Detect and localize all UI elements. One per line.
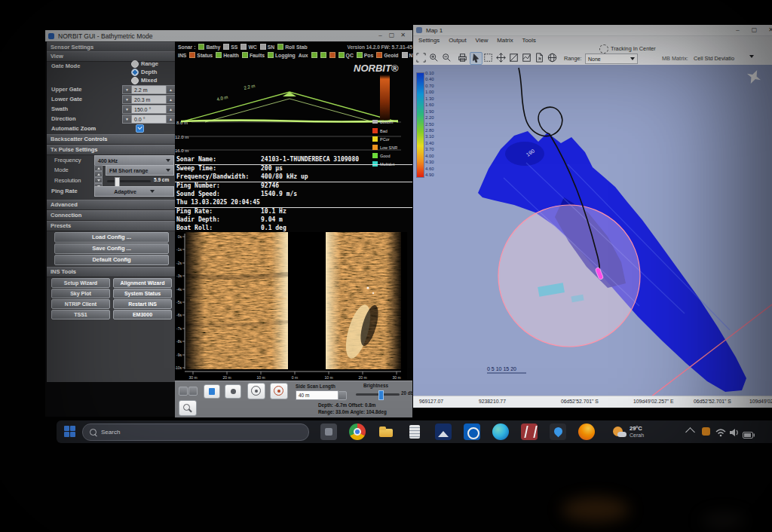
brightness-slider-thumb[interactable] xyxy=(378,390,384,400)
lower-gate-stepper[interactable]: ▼20.3 m▲ xyxy=(122,95,176,104)
toggle-roll-stab[interactable]: Roll Stab xyxy=(277,44,307,50)
map-canvas[interactable]: 0 5 10 15 20 190 0.100.40 0.701.00 1.301… xyxy=(413,65,772,396)
volume-icon[interactable] xyxy=(729,427,739,440)
minimize-button[interactable]: – xyxy=(375,32,385,38)
taskbar-app-outlook[interactable] xyxy=(464,423,480,440)
section-ins-tools[interactable]: INS Tools xyxy=(47,267,175,277)
resolution-slider[interactable] xyxy=(107,180,151,182)
select-area-icon[interactable] xyxy=(482,52,494,63)
load-config-button[interactable]: Load Config ... xyxy=(54,232,169,243)
tracking-icon xyxy=(599,44,608,54)
swath-stepper[interactable]: ▼150.0 °▲ xyxy=(122,105,176,114)
range-dropdown[interactable]: None xyxy=(585,54,638,64)
alignment-wizard-button[interactable]: Alignment Wizard xyxy=(113,278,172,288)
map-close-button[interactable]: ✕ xyxy=(766,26,772,33)
menu-matrix[interactable]: Matrix xyxy=(497,37,513,44)
section-tx-pulse[interactable]: Tx Pulse Settings xyxy=(47,145,175,155)
direction-value[interactable]: 0.0 ° xyxy=(132,115,166,124)
taskbar-app-file-explorer[interactable] xyxy=(378,423,394,440)
search-input[interactable]: Search xyxy=(82,423,309,441)
zoom-tool-button[interactable] xyxy=(179,400,197,416)
scroll-right-button[interactable] xyxy=(188,387,198,396)
taskbar-app-notepad[interactable] xyxy=(406,423,423,440)
save-config-button[interactable]: Save Config ... xyxy=(54,243,169,254)
radio-depth[interactable] xyxy=(131,69,139,76)
maximize-button[interactable]: ▢ xyxy=(387,32,397,38)
section-connection[interactable]: Connection xyxy=(47,210,175,221)
toggle-wc[interactable]: WC xyxy=(240,44,256,50)
toggle-sn[interactable]: SN xyxy=(260,44,274,50)
automatic-zoom-checkbox[interactable] xyxy=(136,124,144,133)
em3000-button[interactable]: EM3000 xyxy=(113,310,172,320)
tracking-in-center-toggle[interactable]: Tracking In Center xyxy=(611,45,656,52)
tray-app-icon[interactable] xyxy=(702,427,710,436)
globe-icon[interactable] xyxy=(547,52,558,63)
start-button[interactable] xyxy=(64,426,76,438)
taskbar-app-photos[interactable] xyxy=(435,423,452,440)
restart-ins-button[interactable]: Restart INS xyxy=(113,299,172,309)
menu-settings[interactable]: Settings xyxy=(418,37,440,44)
sky-plot-button[interactable]: Sky Plot xyxy=(51,289,110,298)
default-config-button[interactable]: Default Config xyxy=(54,255,169,265)
tray-chevron-up-icon[interactable] xyxy=(685,427,695,437)
radio-mixed[interactable] xyxy=(131,77,139,84)
clock[interactable]: 03:20 13/03/2025 xyxy=(761,426,772,438)
export-icon[interactable] xyxy=(534,52,545,63)
section-presets[interactable]: Presets xyxy=(47,221,175,231)
direction-stepper[interactable]: ▼0.0 °▲ xyxy=(122,115,176,124)
menu-tools[interactable]: Tools xyxy=(522,37,536,44)
print-icon[interactable] xyxy=(457,52,468,63)
map-maximize-button[interactable]: ▢ xyxy=(749,26,759,33)
cursor-tool-icon[interactable] xyxy=(470,52,482,65)
upper-gate-stepper[interactable]: ▼2.2 m▲ xyxy=(122,85,176,94)
setup-wizard-button[interactable]: Setup Wizard xyxy=(51,278,110,288)
section-backscatter[interactable]: Backscatter Controls xyxy=(47,134,175,145)
side-scan-length-input[interactable]: 40 m xyxy=(296,390,339,400)
zoom-out-icon[interactable] xyxy=(441,52,452,63)
range-label: Range: xyxy=(564,55,582,62)
side-scan-stepper[interactable] xyxy=(338,391,347,400)
taskbar-app-snip[interactable] xyxy=(320,423,337,440)
taskbar-app-edge[interactable] xyxy=(492,423,509,440)
zoom-in-icon[interactable] xyxy=(428,52,440,63)
weather-widget[interactable]: 29°C Cerah xyxy=(611,424,679,441)
mode-dropdown[interactable]: FM Short range xyxy=(106,165,174,176)
radio-range[interactable] xyxy=(131,60,139,68)
overview-icon[interactable] xyxy=(415,52,427,63)
toggle-bathy[interactable]: Bathy xyxy=(198,44,220,50)
indicator-aux-3 xyxy=(329,52,335,58)
palette-button[interactable] xyxy=(204,384,220,399)
gain-button[interactable] xyxy=(225,384,241,399)
wifi-icon[interactable] xyxy=(715,427,726,440)
battery-icon[interactable] xyxy=(743,428,755,442)
scroll-left-button[interactable] xyxy=(179,387,188,396)
beam-display-button[interactable] xyxy=(247,383,265,399)
svg-text:-4s: -4s xyxy=(176,287,182,292)
mb-matrix-dropdown[interactable]: Cell Std Deviatio xyxy=(694,55,734,62)
menu-view[interactable]: View xyxy=(476,37,489,44)
map-minimize-button[interactable]: – xyxy=(733,26,743,33)
ntrip-client-button[interactable]: NTRIP Client xyxy=(51,299,110,309)
close-button[interactable]: ✕ xyxy=(398,32,408,38)
menu-output[interactable]: Output xyxy=(449,37,466,44)
taskbar-app-paint[interactable] xyxy=(550,423,566,440)
toggle-ss[interactable]: SS xyxy=(223,44,237,50)
target-display-button[interactable] xyxy=(270,383,288,399)
brightness-slider[interactable] xyxy=(356,393,400,396)
swath-value[interactable]: 150.0 ° xyxy=(132,105,166,114)
taskbar-app-access[interactable] xyxy=(521,423,538,440)
lower-gate-value[interactable]: 20.3 m xyxy=(132,95,166,104)
section-advanced[interactable]: Advanced xyxy=(47,200,175,210)
frequency-dropdown[interactable]: 400 kHz xyxy=(94,155,174,166)
system-status-button[interactable]: System Status xyxy=(113,289,172,298)
taskbar-app-chrome[interactable] xyxy=(349,423,366,440)
upper-gate-value[interactable]: 2.2 m xyxy=(132,85,166,94)
frequency-label: Frequency xyxy=(54,157,81,164)
profile-tool-icon[interactable] xyxy=(508,52,519,63)
pan-icon[interactable] xyxy=(495,52,507,63)
tss1-button[interactable]: TSS1 xyxy=(51,310,110,320)
bathymetry-wedge-view: 8.0 m 12.0 m 16.0 m 2.2 m 4.0 m NORBIT® … xyxy=(175,59,412,172)
taskbar-app-firefox[interactable] xyxy=(578,423,595,440)
ping-rate-dropdown[interactable]: Adaptive xyxy=(94,186,174,197)
measure-tool-icon[interactable] xyxy=(521,52,532,63)
